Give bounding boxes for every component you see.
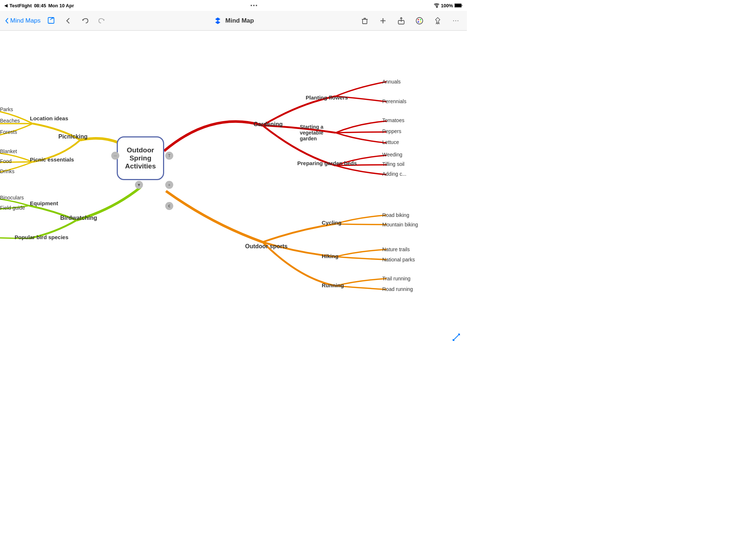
back-chevron-icon [5, 18, 9, 24]
planting-flowers-label[interactable]: Planting flowers [306, 94, 348, 101]
back-nav-icon [64, 17, 72, 25]
delete-button[interactable] [359, 15, 371, 27]
battery-icon [454, 3, 462, 8]
central-node-label: Outdoor Spring Activities [125, 146, 156, 170]
share-button[interactable] [395, 15, 407, 27]
resize-icon [451, 332, 462, 343]
new-icon [47, 17, 55, 25]
annuals-label: Annuals [382, 79, 401, 85]
dot2 [253, 5, 255, 6]
weeding-label: Weeding [382, 152, 402, 158]
share-icon [397, 17, 405, 25]
new-button[interactable] [46, 15, 57, 27]
toolbar-right: ··· [310, 15, 462, 27]
status-time: 08:45 [34, 3, 46, 8]
nature-trails-label: Nature trails [382, 246, 410, 252]
pin-icon [434, 17, 442, 25]
add-icon [379, 17, 387, 25]
beaches-label: Beaches [0, 118, 20, 124]
bird-species-label[interactable]: Popular bird species [15, 234, 69, 240]
location-ideas-label[interactable]: Location ideas [30, 115, 68, 121]
equipment-label[interactable]: Equipment [30, 200, 58, 206]
field-guide-label: Field guide [0, 205, 25, 211]
svg-point-10 [420, 21, 421, 23]
toolbar-left: Mind Maps [5, 15, 157, 27]
peppers-label: Peppers [382, 128, 401, 134]
mountain-biking-label: Mountain biking [382, 222, 418, 228]
cycling-label[interactable]: Cycling [322, 219, 341, 226]
svg-rect-4 [363, 19, 367, 24]
running-label[interactable]: Running [322, 282, 344, 288]
redo-icon [98, 17, 106, 25]
central-node[interactable]: Outdoor Spring Activities [117, 136, 164, 180]
t-control[interactable]: T [165, 152, 173, 160]
svg-point-6 [416, 18, 423, 24]
svg-point-7 [418, 19, 419, 20]
picnicking-label[interactable]: Picnicking [58, 133, 88, 140]
hiking-label[interactable]: Hiking [322, 253, 338, 259]
outdoor-sports-label[interactable]: Outdoor sports [245, 243, 287, 250]
status-bar: ◀ TestFlight 08:45 Mon 10 Apr 100% [0, 0, 467, 11]
tomatoes-label: Tomatoes [382, 117, 405, 123]
national-parks-label: National parks [382, 257, 415, 262]
status-center-dots [251, 5, 257, 6]
binoculars-label: Binoculars [0, 195, 24, 201]
pin-button[interactable] [432, 15, 444, 27]
road-biking-label: Road biking [382, 212, 409, 218]
resize-handle[interactable] [451, 332, 462, 345]
redo-button[interactable] [96, 15, 108, 27]
vegetable-garden-label[interactable]: Starting a vegetable garden [300, 124, 333, 141]
ellipsis-control[interactable]: ··· [111, 152, 119, 160]
compost-label: Adding c... [382, 171, 406, 177]
picnic-essentials-label[interactable]: Picnic essentials [30, 156, 74, 163]
food-label: Food [0, 158, 12, 164]
back-label: Mind Maps [10, 17, 40, 24]
perennials-label: Perennials [382, 98, 406, 104]
toolbar-title: Mind Map [225, 17, 254, 24]
battery-percent: 100% [441, 3, 453, 8]
delete-icon [361, 17, 369, 25]
plus-control[interactable]: + [165, 181, 173, 189]
road-running-label: Road running [382, 286, 413, 292]
toolbar: Mind Maps [0, 11, 467, 31]
dot3 [256, 5, 257, 6]
blanket-label: Blanket [0, 148, 17, 154]
lettuce-label: Lettuce [382, 139, 399, 145]
wifi-icon [434, 3, 440, 8]
gardening-label[interactable]: Gardening [253, 121, 283, 128]
color-button[interactable] [414, 15, 425, 27]
status-left: ◀ TestFlight 08:45 Mon 10 Apr [4, 3, 74, 8]
status-app-name: TestFlight [9, 3, 32, 8]
back-nav-button[interactable] [62, 15, 74, 27]
add-button[interactable] [377, 15, 389, 27]
trail-running-label: Trail running [382, 276, 410, 281]
undo-button[interactable] [79, 15, 91, 27]
svg-rect-1 [455, 4, 461, 7]
svg-point-8 [420, 19, 421, 20]
forests-label: Forests [0, 129, 17, 135]
svg-rect-2 [461, 5, 462, 6]
status-right: 100% [434, 3, 462, 8]
dot1 [251, 5, 252, 6]
svg-point-9 [418, 21, 419, 23]
garden-beds-label[interactable]: Preparing garden beds [297, 160, 357, 166]
status-back-arrow: ◀ [4, 3, 7, 8]
undo-icon [81, 17, 89, 25]
tilling-label: Tilling soil [382, 161, 405, 167]
drinks-label: Drinks [0, 168, 15, 174]
mindmap-canvas: Outdoor Spring Activities ··· T ▼ + € Pi… [0, 31, 467, 350]
color-icon [415, 17, 423, 25]
parks-label: Parks [0, 106, 13, 112]
status-date: Mon 10 Apr [48, 3, 74, 8]
euro-control[interactable]: € [165, 202, 173, 210]
dropbox-icon [213, 16, 222, 26]
down-control[interactable]: ▼ [135, 181, 143, 189]
birdwatching-label[interactable]: Birdwatching [60, 215, 97, 221]
back-button[interactable]: Mind Maps [5, 17, 40, 24]
toolbar-center: Mind Map [157, 16, 309, 26]
more-button[interactable]: ··· [450, 15, 462, 27]
